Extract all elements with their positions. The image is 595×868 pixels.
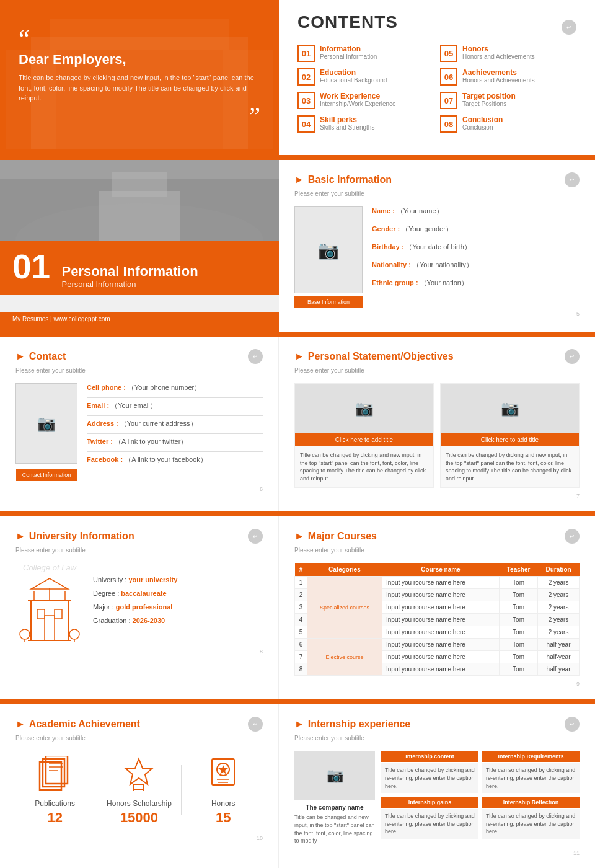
personal-footer: My Resumes | www.collegeppt.com [0, 312, 279, 332]
cell-teacher-1: Tom [500, 577, 538, 589]
quote-section: “ Dear Employers, Title can be changed b… [0, 0, 279, 155]
svg-marker-17 [31, 578, 68, 589]
field-address: Address : （Your current address） [87, 419, 263, 428]
internship-right: Internship content Title can be changed … [381, 751, 580, 844]
company-desc: Title can be changed and new input, in t… [294, 813, 375, 844]
contents-label-04: Skill perks [320, 115, 374, 124]
page-num-contact: 6 [15, 486, 263, 492]
internship-icon-btn[interactable]: ↩ [565, 717, 580, 732]
contents-sub-08: Conclusion [462, 124, 503, 131]
cell-course-5: Input you rcourse name here [382, 626, 500, 639]
courses-icon-btn[interactable]: ↩ [565, 529, 580, 544]
page-num-academic: 10 [15, 835, 263, 841]
intern-header-3: Internship gains [381, 797, 478, 808]
svg-rect-9 [31, 600, 68, 640]
field-gender: Gender : （Your gender） [372, 224, 580, 234]
personal-footer-text: My Resumes | www.collegeppt.com [12, 316, 110, 322]
internship-section: ► Internship experience ↩ Please enter y… [279, 704, 595, 868]
cell-teacher-3: Tom [500, 601, 538, 614]
academic-icon-btn[interactable]: ↩ [248, 717, 263, 732]
scholarship-icon [119, 754, 159, 794]
intern-header-1: Internship content [381, 751, 478, 762]
basic-section: ► Basic Information ↩ Please enter your … [279, 160, 595, 332]
divider-gender [372, 239, 580, 239]
statement-icon-btn[interactable]: ↩ [565, 349, 580, 364]
col-cat: Categories [307, 563, 382, 577]
stmt-card-2-img: 📷 [441, 384, 579, 433]
basic-title: ► Basic Information [294, 174, 392, 185]
contents-sub-06: Honors and Achievements [462, 77, 535, 84]
divider-acad-2 [181, 765, 182, 815]
courses-title: ► Major Courses [294, 531, 377, 542]
cell-num: 1 [295, 577, 307, 589]
contact-section: ► Contact ↩ Please enter your subtitle 📷… [0, 337, 279, 512]
academic-title: ► Academic Achievement [15, 719, 140, 730]
uni-section: ► University Information ↩ Please enter … [0, 516, 279, 699]
field-major: Major : gold professional [93, 603, 263, 611]
page-num-uni: 8 [15, 649, 263, 655]
field-name: Name : （Your name） [372, 206, 580, 216]
contents-sub-07: Target Positions [462, 100, 516, 107]
photo-btn[interactable]: Base Information [294, 296, 363, 308]
academic-card-scholarship: Honors Scholarship 15000 [102, 754, 176, 826]
col-teacher: Teacher [500, 563, 538, 577]
contact-body: 📷 Contact Information Cell phone : （Your… [15, 383, 263, 481]
field-ethnic: Ethnic group : （Your nation） [372, 278, 580, 288]
svg-rect-10 [37, 609, 45, 619]
contents-icon-btn[interactable]: ↩ [562, 20, 576, 35]
intern-box-4: Internship Reflection Title can so chang… [482, 797, 580, 839]
basic-icon-btn[interactable]: ↩ [565, 172, 580, 187]
basic-fields: Name : （Your name） Gender : （Your gender… [372, 206, 580, 293]
cell-cat-specialized: Specialized courses [307, 577, 382, 639]
contact-photo-icon: 📷 [37, 415, 56, 432]
contact-fields: Cell phone : （Your phone number） Email :… [87, 383, 263, 469]
intern-content-2: Title can so changed by clicking and re-… [482, 763, 580, 793]
divider-birthday [372, 257, 580, 257]
divider-email [87, 415, 263, 416]
uni-icon-btn[interactable]: ↩ [248, 529, 263, 544]
publications-label: Publications [18, 799, 92, 808]
cell-num: 8 [295, 663, 307, 676]
personal-overlay: 01 Personal Information Personal Informa… [0, 241, 279, 295]
personal-title-block: Personal Information Personal Informatio… [62, 264, 198, 289]
svg-marker-29 [125, 759, 152, 784]
col-num: # [295, 563, 307, 577]
quote-text-block: Dear Employers, Title can be changed by … [19, 51, 260, 104]
col-name: Course name [382, 563, 500, 577]
statement-section: ► Personal Statement/Objectives ↩ Please… [279, 337, 595, 512]
statement-header: ► Personal Statement/Objectives ↩ [294, 349, 580, 364]
page-num-internship: 11 [294, 850, 580, 856]
contents-num-02: 02 [298, 68, 315, 86]
honors-label: Honors [186, 799, 260, 808]
contents-item-04: 04 Skill perks Skills and Strengths [298, 115, 434, 133]
contents-header: CONTENTS ↩ [298, 12, 576, 42]
contents-text-03: Work Experience Internship/Work Experien… [320, 92, 396, 107]
stmt-card-2-btn[interactable]: Click here to add title [441, 433, 579, 446]
intern-content-3: Title can be changed by clicking and re-… [381, 809, 478, 839]
uni-subtitle: Please enter your subtitle [15, 547, 263, 554]
cell-teacher-6: Tom [500, 639, 538, 651]
uni-icon-area: College of Law [15, 563, 84, 644]
svg-rect-30 [134, 784, 144, 789]
contact-btn[interactable]: Contact Information [16, 469, 77, 481]
contents-num-03: 03 [298, 92, 315, 109]
svg-rect-11 [55, 609, 62, 619]
company-name: The company name [294, 804, 375, 811]
contents-num-05: 05 [440, 45, 457, 62]
stmt-card-1-icon: 📷 [355, 400, 374, 417]
contact-icon-btn[interactable]: ↩ [248, 349, 263, 364]
honors-icon [203, 754, 244, 794]
courses-subtitle: Please enter your subtitle [294, 547, 580, 554]
field-nationality: Nationality : （Your nationality） [372, 260, 580, 270]
field-email: Email : （Your email） [87, 401, 263, 410]
contents-item-05: 05 Honors Honors and Achievements [440, 45, 576, 62]
academic-internship-row: ► Academic Achievement ↩ Please enter yo… [0, 702, 595, 868]
cell-dur-8: half-year [538, 663, 580, 676]
stmt-card-1-btn[interactable]: Click here to add title [295, 433, 433, 446]
courses-header: ► Major Courses ↩ [294, 529, 580, 544]
contents-sub-04: Skills and Strengths [320, 124, 374, 131]
uni-fields: University : your university Degree : ba… [93, 576, 263, 631]
contents-section: CONTENTS ↩ 01 Information Personal Infor… [279, 0, 595, 155]
statement-card-2: 📷 Click here to add title Title can be c… [440, 383, 580, 488]
divider-nationality [372, 275, 580, 275]
